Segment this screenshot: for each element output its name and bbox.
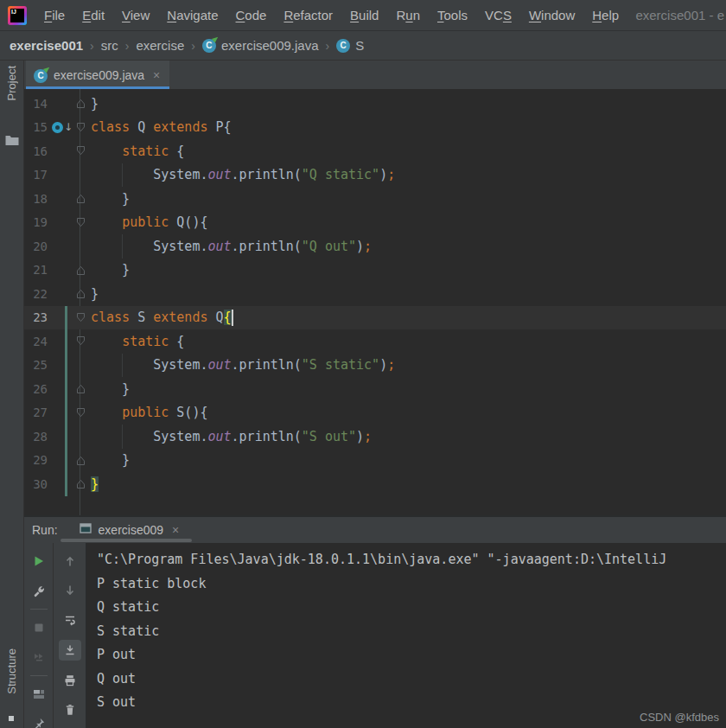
code-editor[interactable]: 14}15↓class Q extends P{16 static {17 Sy…: [24, 89, 726, 515]
tab-exercise009-java[interactable]: C exercise009.java ×: [26, 61, 169, 89]
token-sem: ;: [387, 357, 395, 373]
close-icon[interactable]: ×: [153, 68, 160, 82]
code-text: }: [91, 381, 130, 397]
close-icon[interactable]: ×: [172, 523, 179, 537]
fold-down-icon[interactable]: [70, 217, 91, 228]
token-kw: public: [122, 405, 169, 420]
run-tab-exercise009[interactable]: exercise009 ×: [79, 521, 180, 539]
menu-item-code[interactable]: Code: [227, 8, 276, 22]
scroll-to-end-button[interactable]: [59, 640, 81, 661]
sidebar-item-structure[interactable]: Structure: [5, 648, 18, 694]
menu-items: FileEditViewNavigateCodeRefactorBuildRun…: [35, 8, 627, 22]
down-button[interactable]: [60, 581, 80, 600]
indent-guide: [122, 163, 123, 188]
token-pl: Q: [207, 310, 223, 325]
settings-button[interactable]: [29, 581, 48, 600]
menu-item-window[interactable]: Window: [520, 8, 583, 22]
code-line-23[interactable]: 23class S extends Q{: [24, 306, 726, 330]
code-line-19[interactable]: 19 public Q(){: [24, 211, 726, 235]
code-line-17[interactable]: 17 System.out.println("Q static");: [24, 163, 726, 188]
breadcrumb-label: exercise009.java: [221, 38, 319, 53]
stop-button[interactable]: [29, 618, 48, 637]
window-title: exercise001 - e: [635, 0, 724, 31]
run-toolbar-left: [24, 543, 54, 728]
code-line-14[interactable]: 14}: [24, 92, 726, 116]
line-number: 23: [24, 310, 48, 324]
menu-item-build[interactable]: Build: [341, 8, 387, 22]
fold-down-icon[interactable]: [70, 122, 91, 133]
code-text: }: [91, 191, 130, 207]
console-line-1: "C:\Program Files\Java\jdk-18.0.1.1\bin\…: [97, 548, 726, 572]
code-line-24[interactable]: 24 static {: [24, 329, 726, 354]
code-line-28[interactable]: 28 System.out.println("S out");: [24, 425, 726, 449]
breadcrumb-item-exercise[interactable]: exercise: [136, 38, 184, 53]
restore-layout-button[interactable]: [29, 685, 48, 704]
menu-item-edit[interactable]: Edit: [73, 8, 113, 22]
print-button[interactable]: [60, 671, 80, 690]
line-number: 15: [24, 120, 48, 134]
menu-item-refactor[interactable]: Refactor: [275, 8, 341, 22]
menu-item-help[interactable]: Help: [583, 8, 627, 22]
horizontal-scrollbar[interactable]: [60, 539, 192, 542]
code-line-30[interactable]: 30}: [24, 472, 726, 496]
code-line-22[interactable]: 22}: [24, 282, 726, 306]
up-button[interactable]: [60, 552, 80, 571]
code-line-25[interactable]: 25 System.out.println("S static");: [24, 354, 726, 378]
pin-button[interactable]: [29, 714, 48, 728]
token-fld: out: [207, 167, 231, 182]
sidebar-item-project[interactable]: Project: [5, 66, 18, 100]
restore-layout-icon: [32, 687, 46, 701]
menu-item-view[interactable]: View: [113, 8, 158, 22]
token-kw: extends: [153, 310, 207, 325]
fold-down-icon[interactable]: [70, 335, 91, 347]
code-line-27[interactable]: 27 public S(){: [24, 401, 726, 425]
breadcrumb-item-exercise001[interactable]: exercise001: [10, 38, 83, 53]
fold-down-icon[interactable]: [70, 145, 91, 156]
code-line-15[interactable]: 15↓class Q extends P{: [24, 116, 726, 140]
watermark: CSDN @kfdbes: [640, 711, 719, 724]
code-line-18[interactable]: 18 }: [24, 187, 726, 211]
fold-up-icon[interactable]: [70, 383, 91, 394]
code-text: static {: [91, 334, 184, 349]
code-text: System.out.println("S static");: [91, 357, 395, 373]
code-text: }: [91, 286, 99, 302]
console-line-7: S out: [97, 691, 726, 715]
token-pl: }: [91, 286, 99, 302]
fold-down-icon[interactable]: [70, 312, 91, 323]
menu-item-tools[interactable]: Tools: [429, 8, 476, 22]
run-class-gutter-icon[interactable]: [52, 122, 63, 133]
fold-up-icon[interactable]: [70, 193, 91, 204]
token-kw: class: [91, 119, 130, 135]
breadcrumb-item-src[interactable]: src: [101, 38, 118, 53]
menu-item-file[interactable]: File: [35, 8, 73, 22]
code-line-20[interactable]: 20 System.out.println("Q out");: [24, 234, 726, 259]
breadcrumb-item-exercise009-java[interactable]: Cexercise009.java: [202, 38, 319, 53]
code-line-16[interactable]: 16 static {: [24, 139, 726, 163]
fold-up-icon[interactable]: [70, 288, 91, 299]
console-output[interactable]: "C:\Program Files\Java\jdk-18.0.1.1\bin\…: [86, 543, 726, 728]
token-pl: System.: [91, 429, 207, 444]
token-pl: System.: [91, 239, 207, 254]
menu-item-run[interactable]: Run: [387, 8, 429, 22]
code-line-29[interactable]: 29 }: [24, 449, 726, 473]
fold-up-icon[interactable]: [70, 265, 91, 276]
editor-lines: 14}15↓class Q extends P{16 static {17 Sy…: [24, 92, 726, 496]
menu-item-navigate[interactable]: Navigate: [158, 8, 226, 22]
breadcrumb-item-s[interactable]: CS: [336, 38, 364, 53]
rerun-failed-button[interactable]: [29, 648, 48, 667]
code-line-21[interactable]: 21 }: [24, 259, 726, 283]
rerun-button[interactable]: [29, 552, 48, 571]
fold-up-icon[interactable]: [70, 98, 91, 109]
folder-icon[interactable]: [4, 133, 20, 150]
clear-button[interactable]: [60, 700, 80, 719]
menu-item-vcs[interactable]: VCS: [476, 8, 520, 22]
up-icon: [63, 554, 77, 568]
fold-up-icon[interactable]: [70, 478, 91, 489]
soft-wrap-button[interactable]: [60, 610, 80, 629]
soft-wrap-icon: [63, 613, 77, 627]
fold-up-icon[interactable]: [70, 455, 91, 466]
code-line-26[interactable]: 26 }: [24, 377, 726, 401]
token-pl: S: [130, 310, 153, 325]
code-text: static {: [91, 144, 184, 159]
fold-down-icon[interactable]: [70, 407, 91, 418]
